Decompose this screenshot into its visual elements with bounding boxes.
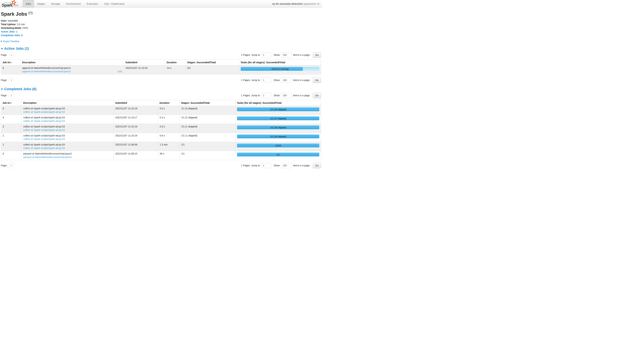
tab-executors[interactable]: Executors bbox=[84, 0, 101, 7]
jump-to-page-input[interactable] bbox=[261, 163, 271, 168]
job-submitted-cell: 2022/11/07 11:10:16 bbox=[114, 124, 158, 133]
job-submitted-cell: 2022/11/07 11:10:16 bbox=[114, 133, 158, 142]
col-header-duration[interactable]: Duration bbox=[165, 60, 186, 65]
job-description-cell: parquet at NativeMethodAccessorImpl.java… bbox=[22, 151, 114, 160]
job-description-cell: collect at /spark-scripts/spark-ad.py:53… bbox=[22, 133, 114, 142]
job-submitted-cell: 2022/11/07 11:08:58 bbox=[114, 142, 158, 151]
collapse-open-icon bbox=[1, 89, 3, 90]
page-number-button[interactable]: 1 bbox=[9, 92, 14, 98]
tasks-progress-bar: 1/1 (16 skipped) bbox=[237, 134, 319, 138]
logo-spark-text: Spark bbox=[2, 3, 12, 7]
items-per-page-input[interactable] bbox=[281, 163, 292, 168]
items-per-page-input[interactable] bbox=[281, 93, 292, 98]
job-detail-link[interactable]: append at NativeMethodAccessorImpl.java:… bbox=[22, 70, 70, 73]
col-header-tasks[interactable]: Tasks (for all stages): Succeeded/Total bbox=[236, 100, 321, 106]
progress-label: 1/1 (16 skipped) bbox=[237, 134, 319, 138]
job-stages-cell: 1/1 (1 skipped) bbox=[180, 124, 236, 133]
job-stages-cell: 1/1 (2 skipped) bbox=[180, 115, 236, 124]
job-tasks-cell: 1/1 (17 skipped) bbox=[236, 115, 321, 124]
go-button[interactable]: Go bbox=[313, 52, 321, 58]
job-tasks-cell: 15/19 (4 running) bbox=[239, 65, 321, 74]
jump-to-page-input[interactable] bbox=[261, 93, 271, 98]
stat-uptime: Total Uptime: 3.0 min bbox=[1, 22, 321, 26]
job-submitted-cell: 2022/11/07 11:10:20 bbox=[124, 65, 165, 74]
help-link[interactable]: ? bbox=[30, 11, 32, 14]
summary-stats: User: stackable Total Uptime: 3.0 min Sc… bbox=[1, 19, 321, 37]
items-per-page-input[interactable] bbox=[281, 52, 292, 57]
job-detail-link[interactable]: collect at /spark-scripts/spark-ad.py:53 bbox=[23, 110, 65, 113]
go-button[interactable]: Go bbox=[313, 77, 321, 83]
completed-job-row: 4 collect at /spark-scripts/spark-ad.py:… bbox=[1, 115, 321, 124]
job-detail-link[interactable]: collect at /spark-scripts/spark-ad.py:53 bbox=[23, 120, 65, 122]
active-jobs-pagination-top: Page: 1 1 Pages. Jump to . Show items in… bbox=[1, 52, 321, 58]
page-number-button[interactable]: 1 bbox=[9, 77, 14, 83]
kill-job-link[interactable]: (kill) bbox=[118, 70, 122, 73]
progress-label: 1/1 bbox=[237, 153, 319, 156]
job-duration-cell: 0.8 s bbox=[158, 133, 180, 142]
job-id-cell: 1 bbox=[1, 142, 22, 151]
spark-logo[interactable]: APACHE Spark 3.3.0 bbox=[0, 0, 21, 7]
completed-job-row: 2 collect at /spark-scripts/spark-ad.py:… bbox=[1, 133, 321, 142]
stat-completed-jobs: Completed Jobs: 6 bbox=[1, 33, 321, 37]
job-duration-cell: 14 s bbox=[165, 65, 186, 74]
tasks-progress-bar: 1/1 (17 skipped) bbox=[237, 116, 319, 120]
spark-star-icon bbox=[11, 0, 16, 5]
job-tasks-cell: 1/1 (16 skipped) bbox=[236, 133, 321, 142]
col-header-description[interactable]: Description bbox=[21, 60, 124, 65]
page-number-button[interactable]: 1 bbox=[9, 162, 14, 168]
jump-to-page-input[interactable] bbox=[261, 52, 271, 57]
job-tasks-cell: 1/1 (18 skipped) bbox=[236, 106, 321, 115]
active-jobs-table: Job Id▾ Description Submitted Duration S… bbox=[1, 59, 321, 74]
job-description-cell: collect at /spark-scripts/spark-ad.py:53… bbox=[22, 124, 114, 133]
job-detail-link[interactable]: collect at /spark-scripts/spark-ad.py:53 bbox=[23, 129, 65, 131]
progress-label: 15/19 (4 running) bbox=[241, 67, 319, 71]
tab-jobs[interactable]: Jobs bbox=[22, 0, 34, 7]
progress-label: 1/1 (18 skipped) bbox=[237, 107, 319, 111]
page-number-button[interactable]: 1 bbox=[9, 52, 14, 58]
tab-sql-dataframe[interactable]: SQL / DataFrame bbox=[101, 0, 128, 7]
job-detail-link[interactable]: collect at /spark-scripts/spark-ad.py:53 bbox=[23, 138, 65, 140]
col-header-submitted[interactable]: Submitted bbox=[124, 60, 165, 65]
completed-jobs-section-toggle[interactable]: Completed Jobs (6) bbox=[1, 87, 321, 91]
progress-label: 1/1 (16 skipped) bbox=[237, 125, 319, 129]
tab-storage[interactable]: Storage bbox=[48, 0, 63, 7]
job-duration-cell: 0.9 s bbox=[158, 124, 180, 133]
job-submitted-cell: 2022/11/07 11:10:18 bbox=[114, 106, 158, 115]
active-jobs-section-toggle[interactable]: Active Jobs (1) bbox=[1, 46, 321, 50]
job-id-cell: 3 bbox=[1, 124, 22, 133]
col-header-duration[interactable]: Duration bbox=[158, 100, 180, 106]
application-name-bold: ny-tlc-anomaly-detection bbox=[272, 2, 303, 5]
job-duration-cell: 1.3 min bbox=[158, 142, 180, 151]
job-id-cell: 0 bbox=[1, 151, 22, 160]
job-stages-cell: 1/1 bbox=[180, 142, 236, 151]
completed-job-row: 3 collect at /spark-scripts/spark-ad.py:… bbox=[1, 124, 321, 133]
active-jobs-link[interactable]: Active Jobs: bbox=[1, 30, 15, 33]
jump-to-page-input[interactable] bbox=[261, 77, 271, 83]
tasks-progress-bar: 1/1 bbox=[237, 153, 319, 156]
col-header-stages[interactable]: Stages: Succeeded/Total bbox=[180, 100, 236, 106]
job-tasks-cell: 16/16 bbox=[236, 142, 321, 151]
tasks-progress-bar: 1/1 (16 skipped) bbox=[237, 125, 319, 129]
col-header-stages[interactable]: Stages: Succeeded/Total bbox=[186, 60, 239, 65]
col-header-tasks[interactable]: Tasks (for all stages): Succeeded/Total bbox=[239, 60, 321, 65]
job-tasks-cell: 1/1 bbox=[236, 151, 321, 160]
col-header-submitted[interactable]: Submitted bbox=[114, 100, 158, 106]
go-button[interactable]: Go bbox=[313, 163, 321, 168]
col-header-job-id[interactable]: Job Id▾ bbox=[1, 100, 22, 106]
job-detail-link[interactable]: collect at /spark-scripts/spark-ad.py:53 bbox=[23, 147, 65, 149]
job-detail-link[interactable]: parquet at NativeMethodAccessorImpl.java… bbox=[23, 156, 72, 158]
completed-jobs-pagination-bottom: Page: 1 1 Pages. Jump to . Show items in… bbox=[1, 162, 321, 168]
job-description-cell: append at NativeMethodAccessorImpl.java:… bbox=[21, 65, 124, 74]
sort-desc-icon: ▾ bbox=[10, 102, 11, 104]
completed-jobs-link[interactable]: Completed Jobs: bbox=[1, 34, 21, 37]
items-per-page-input[interactable] bbox=[281, 77, 292, 83]
event-timeline-toggle[interactable]: Event Timeline bbox=[1, 40, 321, 43]
go-button[interactable]: Go bbox=[313, 93, 321, 98]
col-header-description[interactable]: Description bbox=[22, 100, 114, 106]
job-duration-cell: 39 s bbox=[158, 151, 180, 160]
tasks-progress-bar: 1/1 (18 skipped) bbox=[237, 107, 319, 111]
nav-tabs: Jobs Stages Storage Environment Executor… bbox=[22, 0, 128, 7]
tab-stages[interactable]: Stages bbox=[34, 0, 48, 7]
col-header-job-id[interactable]: Job Id▾ bbox=[1, 60, 21, 65]
tab-environment[interactable]: Environment bbox=[63, 0, 84, 7]
